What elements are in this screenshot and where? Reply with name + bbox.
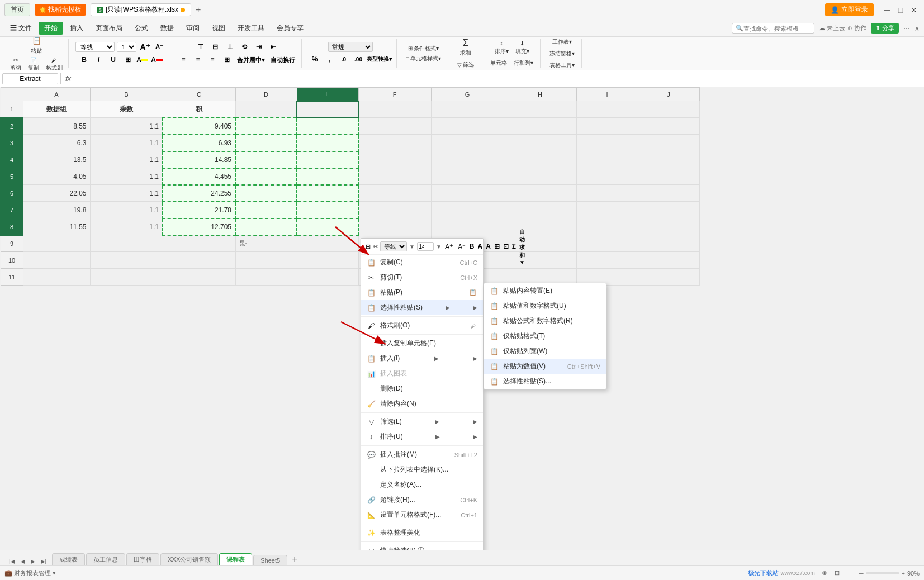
italic-button[interactable]: I [93,54,105,65]
cell-a7[interactable]: 19.8 [23,202,90,218]
view-fullscreen-icon[interactable]: ⛶ [846,570,852,577]
row-num-5[interactable]: 5 [1,168,23,185]
cell-f4[interactable] [358,151,431,168]
row-num-10[interactable]: 10 [1,252,23,269]
cell-g3[interactable] [431,135,504,151]
cell-b10[interactable] [90,252,163,269]
freeze-button[interactable]: 冻结窗格▾ [547,49,577,59]
cell-b11[interactable] [90,269,163,286]
cell-a11[interactable] [23,269,90,286]
submenu-item-content-transpose[interactable]: 📋 粘贴内容转置(E) [484,283,606,298]
cell-d2[interactable] [235,118,297,135]
bg-color-button[interactable]: A [136,54,149,65]
merge-dropdown[interactable]: 合并居中▾ [235,54,267,65]
cell-b8[interactable]: 1.1 [90,218,163,235]
zoom-slider[interactable] [866,572,899,574]
cell-j4[interactable] [638,151,699,168]
percent-button[interactable]: % [309,54,321,65]
cell-d4[interactable] [235,151,297,168]
cell-g4[interactable] [431,151,504,168]
align-mid-button[interactable]: ⊟ [209,41,221,53]
cell-a5[interactable]: 4.05 [23,168,90,185]
context-item-copy[interactable]: 📋 复制(C) Ctrl+C [361,255,483,270]
close-button[interactable]: × [908,4,920,16]
context-font-select[interactable]: 等线 [380,241,407,251]
col-header-c[interactable]: C [163,88,235,101]
context-item-cell-format[interactable]: 📐 设置单元格格式(F)... Ctrl+1 [361,507,483,522]
filter-button[interactable]: ▽ 筛选 [455,60,476,70]
cell-g7[interactable] [431,202,504,218]
outdent-button[interactable]: ⇤ [267,41,279,53]
view-grid-icon[interactable]: ⊞ [835,569,840,577]
cell-i3[interactable] [576,135,638,151]
cell-a4[interactable]: 13.5 [23,151,90,168]
context-item-hyperlink[interactable]: 🔗 超链接(H)... Ctrl+K [361,492,483,507]
row-num-7[interactable]: 7 [1,202,23,218]
cell-j6[interactable] [638,185,699,202]
num-format-select[interactable]: 常规 [328,42,373,52]
cell-g8[interactable] [431,218,504,235]
col-header-h[interactable]: H [504,88,576,101]
worksheet-button[interactable]: 工作表▾ [550,37,574,47]
row-num-1[interactable]: 1 [1,101,23,118]
text-direction-button[interactable]: ⟲ [238,41,250,53]
row-num-9[interactable]: 9 [1,235,23,252]
menu-insert[interactable]: 插入 [64,22,89,35]
cell-d1[interactable] [235,101,297,118]
cell-h6[interactable] [504,185,576,202]
cell-j8[interactable] [638,218,699,235]
context-font-color-btn[interactable]: A [485,241,491,252]
menu-formula[interactable]: 公式 [129,22,154,35]
submenu-item-only-format[interactable]: 📋 仅粘贴格式(T) [484,329,606,344]
border-button[interactable]: ⊞ [122,54,134,65]
format-painter-button[interactable]: 🖌格式刷 [44,56,65,70]
view-normal-icon[interactable]: 👁 [822,570,828,577]
decimal-inc-button[interactable]: .0 [338,54,350,65]
cell-h4[interactable] [504,151,576,168]
more-options-icon[interactable]: ⋯ [903,25,910,32]
align-top-button[interactable]: ⊤ [195,41,207,53]
cell-a2[interactable]: 8.55 [23,118,90,135]
menu-page-layout[interactable]: 页面布局 [90,22,128,35]
cell-h7[interactable] [504,202,576,218]
paste-icon-label[interactable]: 昆· [239,240,247,246]
zoom-out-button[interactable]: ─ [859,570,864,577]
name-box[interactable] [2,73,58,84]
thousands-button[interactable]: , [323,54,335,65]
font-name-select[interactable]: 等线 [75,42,115,52]
cell-i4[interactable] [576,151,638,168]
cell-c3[interactable]: 6.93 [163,135,235,151]
cell-a10[interactable] [23,252,90,269]
context-item-cut[interactable]: ✂ 剪切(T) Ctrl+X [361,270,483,285]
context-item-select-list[interactable]: 从下拉列表中选择(K)... [361,462,483,477]
cell-c11[interactable] [163,269,235,286]
cell-j11[interactable] [638,269,699,286]
menu-review[interactable]: 审阅 [181,22,205,35]
submenu-item-paste-special-dlg[interactable]: 📋 选择性粘贴(S)... [484,374,606,389]
col-header-a[interactable]: A [23,88,90,101]
sheet-nav-first[interactable]: |◀ [7,557,17,565]
context-sum-btn[interactable]: Σ [511,241,517,252]
menu-file[interactable]: ☰ 文件 [4,22,37,35]
col-header-b[interactable]: B [90,88,163,101]
sheet-nav-last[interactable]: ▶| [39,557,49,565]
align-center-button[interactable]: ≡ [192,54,204,65]
cell-g2[interactable] [431,118,504,135]
row-num-3[interactable]: 3 [1,135,23,151]
cell-j2[interactable] [638,118,699,135]
context-border-btn[interactable]: ⊞ [494,241,500,252]
cell-a6[interactable]: 22.05 [23,185,90,202]
cell-d8[interactable] [235,218,297,235]
cell-e6[interactable] [297,185,358,202]
cell-j5[interactable] [638,168,699,185]
col-header-g[interactable]: G [431,88,504,101]
cell-f7[interactable] [358,202,431,218]
cell-e4[interactable] [297,151,358,168]
align-left-button[interactable]: ≡ [177,54,189,65]
cell-a3[interactable]: 6.3 [23,135,90,151]
sheet-tab-员工信息[interactable]: 员工信息 [86,553,125,565]
sort-button[interactable]: ↕ 排序▾ [492,39,511,56]
context-item-comment[interactable]: 💬 插入批注(M) Shift+F2 [361,447,483,462]
cell-e10[interactable] [297,252,358,269]
cell-g6[interactable] [431,185,504,202]
